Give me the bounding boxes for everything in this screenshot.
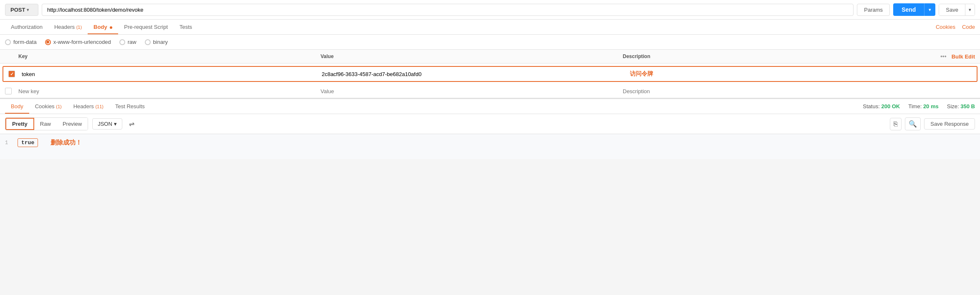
method-chevron-icon: ▾ <box>27 8 29 12</box>
status-value: 200 OK <box>881 103 900 109</box>
radio-circle-binary <box>145 39 151 45</box>
empty-checkbox[interactable] <box>5 88 12 94</box>
request-tabs: Authorization Headers (1) Body Pre-reque… <box>0 20 980 35</box>
table-header: Key Value Description ••• Bulk Edit <box>0 50 980 64</box>
send-button[interactable]: Send <box>893 3 924 16</box>
size-label: Size: 350 B <box>947 103 975 109</box>
bulk-edit-button[interactable]: Bulk Edit <box>952 53 975 60</box>
code-link[interactable]: Code <box>962 24 975 30</box>
json-select-chevron-icon: ▾ <box>114 121 117 127</box>
filter-icon[interactable]: ⇌ <box>126 118 138 130</box>
empty-check <box>5 88 18 94</box>
empty-desc-cell <box>623 88 925 94</box>
save-button[interactable]: Save <box>939 4 965 15</box>
status-label: Status: 200 OK <box>863 103 900 109</box>
response-tabs: Body Cookies (1) Headers (11) Test Resul… <box>0 98 980 114</box>
response-toolbar: Pretty Raw Preview JSON ▾ ⇌ ⎘ 🔍 Save Res… <box>0 114 980 134</box>
format-tab-pretty[interactable]: Pretty <box>5 118 34 130</box>
tabs-right-links: Cookies Code <box>936 24 975 30</box>
params-table: Key Value Description ••• Bulk Edit ✓ 访问… <box>0 50 980 98</box>
new-desc-input[interactable] <box>623 88 925 94</box>
resp-headers-badge: (11) <box>95 104 104 109</box>
body-options: form-data x-www-form-urlencoded raw bina… <box>0 35 980 50</box>
tab-authorization[interactable]: Authorization <box>5 20 48 34</box>
tab-body[interactable]: Body <box>88 20 118 34</box>
radio-circle-x-www <box>45 39 51 45</box>
tab-tests[interactable]: Tests <box>174 20 198 34</box>
radio-circle-form-data <box>5 39 11 45</box>
checkbox-check-icon: ✓ <box>10 71 14 77</box>
resp-tab-cookies[interactable]: Cookies (1) <box>29 99 68 114</box>
params-button[interactable]: Params <box>857 4 890 16</box>
code-line-1: 1 true 删除成功！ <box>0 137 980 148</box>
response-actions: ⎘ 🔍 Save Response <box>890 117 975 130</box>
new-value-input[interactable] <box>321 88 623 94</box>
radio-circle-raw <box>119 39 125 45</box>
radio-binary[interactable]: binary <box>145 39 168 45</box>
radio-form-data[interactable]: form-data <box>5 39 37 45</box>
resp-tab-body[interactable]: Body <box>5 99 29 114</box>
line-number: 1 <box>5 140 18 146</box>
send-dropdown-button[interactable]: ▾ <box>924 3 935 16</box>
cookies-link[interactable]: Cookies <box>936 24 955 30</box>
format-tabs: Pretty Raw Preview <box>5 117 88 130</box>
resp-cookies-badge: (1) <box>56 104 61 109</box>
headers-badge: (1) <box>76 25 82 30</box>
tab-headers[interactable]: Headers (1) <box>48 20 88 34</box>
save-btn-group: Save ▾ <box>939 4 975 16</box>
row-desc-cell: 访问令牌 <box>621 70 922 78</box>
desc-col-header: Description <box>623 53 925 59</box>
copy-button[interactable]: ⎘ <box>890 118 902 130</box>
row-annotation: 访问令牌 <box>630 70 653 77</box>
row-checkbox[interactable]: ✓ <box>8 71 15 77</box>
search-button[interactable]: 🔍 <box>905 117 921 130</box>
url-input[interactable] <box>42 4 854 16</box>
format-tab-preview[interactable]: Preview <box>57 118 88 130</box>
format-tab-raw[interactable]: Raw <box>34 118 57 130</box>
size-value: 350 B <box>960 103 975 109</box>
save-response-button[interactable]: Save Response <box>924 118 975 130</box>
radio-raw[interactable]: raw <box>119 39 136 45</box>
empty-value-cell <box>321 88 623 94</box>
body-dot-indicator <box>110 26 112 29</box>
time-value: 20 ms <box>923 103 939 109</box>
tab-pre-request-script[interactable]: Pre-request Script <box>118 20 174 34</box>
resp-tab-headers[interactable]: Headers (11) <box>68 99 109 114</box>
empty-row <box>0 84 980 98</box>
send-btn-group: Send ▾ <box>893 3 935 16</box>
response-body: 1 true 删除成功！ <box>0 134 980 159</box>
row-value-cell <box>322 71 622 77</box>
key-col-header: Key <box>18 53 321 59</box>
empty-key-cell <box>18 88 321 94</box>
resp-tab-test-results[interactable]: Test Results <box>109 99 151 114</box>
table-row: ✓ 访问令牌 <box>3 66 977 82</box>
new-key-input[interactable] <box>18 88 321 94</box>
save-dropdown-button[interactable]: ▾ <box>965 4 975 15</box>
time-label: Time: 20 ms <box>908 103 939 109</box>
row-key-cell <box>22 71 322 77</box>
row-check-cell: ✓ <box>8 71 22 77</box>
key-input[interactable] <box>22 71 322 77</box>
actions-col-header: ••• Bulk Edit <box>925 53 975 60</box>
response-value: true <box>21 140 34 146</box>
response-status: Status: 200 OK Time: 20 ms Size: 350 B <box>863 103 975 109</box>
value-input[interactable] <box>322 71 622 77</box>
response-annotation: 删除成功！ <box>51 139 82 147</box>
value-col-header: Value <box>321 53 623 59</box>
more-options-icon[interactable]: ••• <box>940 53 947 60</box>
json-type-select[interactable]: JSON ▾ <box>92 118 122 130</box>
url-bar: POST ▾ Params Send ▾ Save ▾ <box>0 0 980 20</box>
method-select[interactable]: POST ▾ <box>5 4 38 16</box>
radio-x-www-form-urlencoded[interactable]: x-www-form-urlencoded <box>45 39 111 45</box>
method-label: POST <box>10 7 25 13</box>
response-value-box: true <box>18 138 38 147</box>
